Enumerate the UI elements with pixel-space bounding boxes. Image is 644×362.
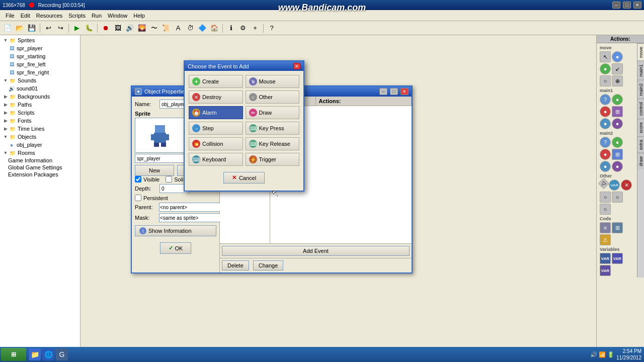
tree-timelines-folder[interactable]: ▶ 📁 Time Lines (1, 125, 79, 133)
tab-score[interactable]: score (637, 119, 644, 136)
parent-input[interactable] (159, 203, 225, 212)
close-btn[interactable]: ✕ (633, 2, 641, 9)
event-choice-step[interactable]: → Step (189, 122, 243, 135)
toolbar-redo[interactable]: ↪ (55, 23, 66, 34)
move-btn-2[interactable]: ● (612, 51, 623, 62)
tree-backgrounds-folder[interactable]: ▶ 📁 Backgrounds (1, 93, 79, 101)
toolbar-room[interactable]: 🏠 (209, 23, 220, 34)
tree-objects-folder[interactable]: ▼ 📁 Objects (1, 133, 79, 141)
var-btn-2[interactable]: VAR (612, 253, 623, 264)
toolbar-info[interactable]: ℹ (225, 23, 236, 34)
tab-main2[interactable]: main2 (637, 80, 644, 99)
toolbar-timeline[interactable]: ⏱ (185, 23, 196, 34)
tree-ext-packages[interactable]: Extension Packages (1, 171, 79, 178)
minimize-btn[interactable]: ─ (612, 2, 620, 9)
menu-file[interactable]: File (3, 12, 18, 20)
toolbar-save[interactable]: 💾 (26, 23, 37, 34)
main2-btn-2[interactable]: ● (612, 137, 623, 148)
main1-btn-5[interactable]: ● (600, 118, 611, 129)
var-btn-1[interactable]: VAR (600, 253, 611, 264)
tree-obj-player[interactable]: ● obj_player (1, 141, 79, 149)
main1-btn-6[interactable]: ● (612, 118, 623, 129)
var-btn-3[interactable]: VAR (600, 265, 611, 276)
tab-extra[interactable]: extra (637, 136, 644, 153)
event-choice-alarm[interactable]: ⏰ Alarm (189, 106, 243, 119)
toolbar-record[interactable]: ⏺ (100, 23, 111, 34)
main1-btn-2[interactable]: ● (612, 94, 623, 105)
code-btn-1[interactable]: ≡ (600, 222, 611, 233)
tree-spr-fire-left[interactable]: 🖼 spr_fire_left (1, 60, 79, 68)
other-btn-3[interactable]: ✕ (621, 179, 632, 191)
taskbar-gm[interactable]: G (56, 348, 68, 360)
move-btn-1[interactable]: ↖ (600, 51, 611, 62)
tree-rooms-folder[interactable]: ▼ 📁 Rooms (1, 149, 79, 157)
add-event-btn[interactable]: Add Event (222, 246, 410, 256)
tree-sound01[interactable]: 🔊 sound01 (1, 84, 79, 93)
toolbar-script[interactable]: 📜 (160, 23, 172, 34)
event-choice-create[interactable]: ✦ Create (189, 75, 243, 88)
menu-edit[interactable]: Edit (18, 12, 33, 20)
event-choice-keyrelease[interactable]: ⌨ Key Release (246, 137, 300, 150)
event-choice-keypress[interactable]: ⌨ Key Press (246, 122, 300, 135)
event-choice-other[interactable]: ○ Other (246, 90, 300, 104)
change-btn[interactable]: Change (253, 260, 284, 270)
main2-btn-4[interactable]: ⊞ (612, 149, 623, 160)
code-btn-3[interactable]: ⚠ (600, 234, 611, 245)
menu-help[interactable]: Help (130, 12, 148, 20)
dialog-close-btn[interactable]: ✕ (293, 63, 300, 69)
toolbar-help[interactable]: ? (266, 23, 277, 34)
toolbar-settings[interactable]: ⚙ (237, 23, 249, 34)
tab-draw[interactable]: draw (637, 153, 644, 169)
tree-sprites-folder[interactable]: ▼ 📁 Sprites (1, 36, 79, 44)
menu-resources[interactable]: Resources (33, 12, 66, 20)
visible-checkbox[interactable] (135, 176, 141, 183)
tab-control[interactable]: control (637, 99, 644, 119)
new-sprite-btn[interactable]: New (135, 165, 174, 176)
menu-window[interactable]: Window (105, 12, 130, 20)
move-btn-6[interactable]: ⊕ (612, 75, 623, 86)
event-choice-draw[interactable]: ✏ Draw (246, 106, 300, 119)
event-choice-trigger[interactable]: ⚡ Trigger (246, 153, 300, 166)
other-btn-1[interactable]: ▽ (598, 178, 610, 190)
tree-scripts-folder[interactable]: ▶ 📁 Scripts (1, 109, 79, 117)
move-btn-3[interactable]: ● (600, 63, 611, 74)
tree-paths-folder[interactable]: ▶ 📁 Paths (1, 101, 79, 109)
code-btn-2[interactable]: ⊞ (612, 222, 623, 233)
taskbar-app-icon[interactable]: 📁 (29, 348, 41, 360)
toolbar-path[interactable]: 〜 (148, 23, 159, 34)
move-btn-4[interactable]: ↙ (612, 63, 623, 74)
ok-btn[interactable]: ✓ OK (160, 242, 192, 254)
obj-props-close[interactable]: ✕ (400, 88, 409, 95)
move-btn-5[interactable]: ○ (600, 75, 611, 86)
toolbar-object[interactable]: 🔷 (197, 23, 208, 34)
event-choice-keyboard[interactable]: ⌨ Keyboard (189, 153, 243, 166)
choose-event-titlebar[interactable]: Choose the Event to Add ✕ (185, 61, 303, 71)
main2-btn-5[interactable]: ● (600, 161, 611, 172)
main2-btn-3[interactable]: ● (600, 149, 611, 160)
toolbar-undo[interactable]: ↩ (43, 23, 54, 34)
show-info-btn[interactable]: i Show Information (135, 225, 216, 236)
event-choice-mouse[interactable]: 🖱 Mouse (246, 75, 300, 88)
tab-main1[interactable]: main1 (637, 61, 644, 80)
toolbar-run-debug[interactable]: 🐛 (84, 23, 95, 34)
other-btn-4[interactable]: ○ (600, 192, 611, 203)
other-btn-6[interactable]: ○ (600, 204, 611, 215)
toolbar-sound[interactable]: 🔊 (124, 23, 135, 34)
event-choice-destroy[interactable]: ✕ Destroy (189, 90, 243, 104)
tree-spr-starting[interactable]: 🖼 spr_starting (1, 52, 79, 60)
main1-btn-3[interactable]: ● (600, 106, 611, 117)
toolbar-ext[interactable]: + (250, 23, 261, 34)
tree-spr-player[interactable]: 🖼 spr_player (1, 44, 79, 52)
maximize-btn[interactable]: □ (623, 2, 631, 9)
solid-checkbox[interactable] (166, 176, 172, 183)
obj-props-maximize[interactable]: □ (390, 88, 398, 95)
event-choice-collision[interactable]: 💥 Collision (189, 137, 243, 150)
main2-btn-6[interactable]: ● (612, 161, 623, 172)
toolbar-bg[interactable]: 🌄 (136, 23, 147, 34)
tree-global-settings[interactable]: Global Game Settings (1, 164, 79, 171)
cancel-btn[interactable]: ✕ Cancel (223, 172, 265, 184)
tab-move[interactable]: move (637, 43, 644, 61)
other-btn-2[interactable]: VAR (609, 179, 620, 191)
tree-fonts-folder[interactable]: ▶ 📁 Fonts (1, 117, 79, 125)
main1-btn-1[interactable]: ? (600, 94, 611, 105)
